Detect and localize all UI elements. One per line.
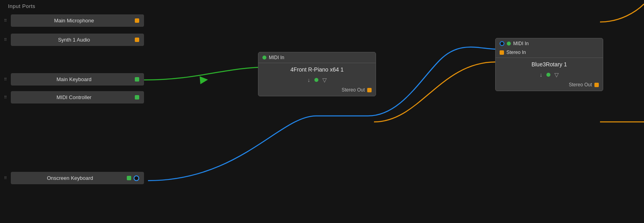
status-dot — [314, 78, 318, 82]
stereo-out-label: Stereo Out — [342, 87, 365, 93]
stereo-out-dot — [594, 83, 599, 87]
node-midi-in-header: MIDI In — [258, 52, 376, 63]
port-item-main-keyboard[interactable]: ⠿ Main Keyboard — [0, 73, 148, 86]
port-dot-orange — [135, 18, 139, 23]
node-title: Blue3Rotary 1 — [496, 58, 603, 70]
port-label: Onscreen Keyboard — [16, 175, 124, 181]
node-stereo-in-header: Stereo In — [496, 47, 603, 58]
port-label: MIDI Controller — [16, 94, 132, 100]
drag-handle-icon: ⠿ — [4, 18, 7, 23]
stereo-in-dot — [500, 50, 504, 55]
node-stereo-out: Stereo Out — [258, 86, 376, 96]
port-item-onscreen-keyboard[interactable]: ⠿ Onscreen Keyboard — [0, 172, 148, 184]
svg-marker-0 — [200, 76, 208, 84]
drag-handle-icon: ⠿ — [4, 176, 7, 180]
drag-handle-icon: ⠿ — [4, 95, 7, 100]
node-controls: ↓ ▽ — [258, 75, 376, 86]
port-dot-green — [135, 77, 139, 82]
port-label: Main Microphone — [16, 18, 132, 24]
panel-title: Input Ports — [0, 0, 148, 13]
node-blue3rotary[interactable]: MIDI In Stereo In Blue3Rotary 1 ↓ ▽ Ster… — [495, 38, 603, 91]
node-4front-rpiano[interactable]: MIDI In 4Front R-Piano x64 1 ↓ ▽ Stereo … — [258, 52, 376, 96]
filter-icon: ▽ — [322, 77, 327, 83]
stereo-in-label: Stereo In — [506, 50, 526, 55]
midi-in-dot — [507, 42, 511, 46]
stereo-out-dot — [367, 88, 372, 92]
down-arrow-icon: ↓ — [308, 77, 310, 83]
node-stereo-out: Stereo Out — [496, 80, 603, 91]
port-dot-orange — [135, 38, 139, 42]
node-midi-in-header: MIDI In — [496, 38, 603, 47]
midi-in-connector — [500, 41, 504, 46]
port-item-main-microphone[interactable]: ⠿ Main Microphone — [0, 14, 148, 27]
stereo-out-label: Stereo Out — [569, 82, 592, 88]
status-dot — [546, 73, 550, 77]
input-ports-panel: Input Ports ⠿ Main Microphone ⠿ Synth 1 … — [0, 0, 148, 223]
filter-icon: ▽ — [554, 72, 559, 78]
down-arrow-icon: ↓ — [540, 72, 542, 78]
port-connector — [134, 175, 139, 181]
port-label: Main Keyboard — [16, 76, 132, 82]
midi-in-label: MIDI In — [513, 41, 529, 46]
node-controls: ↓ ▽ — [496, 70, 603, 80]
node-title: 4Front R-Piano x64 1 — [258, 63, 376, 75]
drag-handle-icon: ⠿ — [4, 77, 7, 82]
port-dot-green — [135, 95, 139, 100]
drag-handle-icon: ⠿ — [4, 38, 7, 42]
port-item-synth-1-audio[interactable]: ⠿ Synth 1 Audio — [0, 34, 148, 46]
port-label: Synth 1 Audio — [16, 37, 132, 43]
midi-in-label: MIDI In — [269, 55, 284, 60]
port-item-midi-controller[interactable]: ⠿ MIDI Controller — [0, 91, 148, 104]
midi-in-dot — [262, 56, 266, 60]
port-dot-green — [127, 176, 131, 180]
